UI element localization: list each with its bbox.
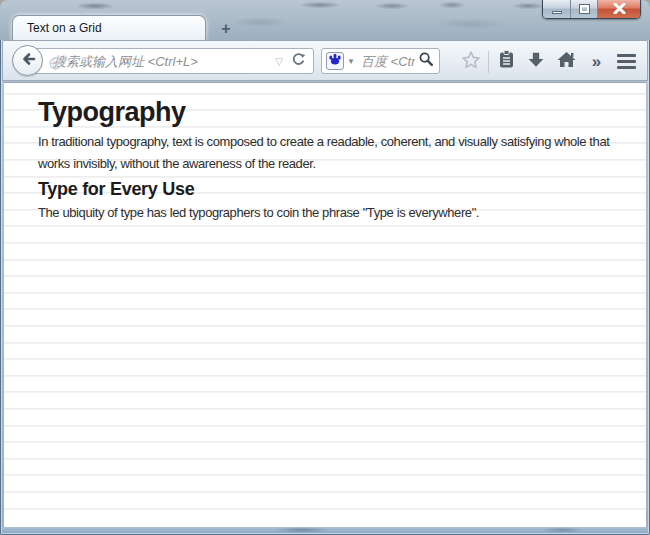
star-icon [461, 50, 481, 74]
maximize-button[interactable] [571, 0, 598, 18]
reload-button[interactable] [289, 52, 313, 71]
toolbar-overflow-button[interactable]: » [581, 47, 611, 77]
url-dropdown-icon[interactable]: ▽ [269, 56, 289, 67]
page-heading: Typography [38, 97, 646, 127]
navigation-toolbar: ▽ [2, 40, 648, 81]
url-input[interactable] [51, 49, 269, 73]
download-arrow-icon [527, 51, 545, 72]
plus-icon: + [221, 20, 230, 38]
menu-button[interactable] [611, 47, 641, 77]
title-bar[interactable]: Text on a Grid + [0, 0, 650, 40]
bookmark-star-button[interactable] [456, 47, 486, 77]
toolbar-separator [488, 51, 489, 73]
browser-window: Text on a Grid + [0, 0, 650, 535]
new-tab-button[interactable]: + [214, 19, 238, 38]
downloads-button[interactable] [521, 47, 551, 77]
toolbar-icons: » [456, 41, 641, 82]
baidu-paw-icon [328, 52, 342, 70]
home-button[interactable] [551, 47, 581, 77]
bookmarks-menu-icon [498, 50, 515, 73]
reload-icon [291, 52, 306, 71]
back-arrow-icon [20, 52, 36, 70]
search-engine-button[interactable] [326, 52, 344, 70]
globe-icon [49, 56, 62, 74]
close-button[interactable] [598, 0, 640, 18]
back-button[interactable] [12, 45, 43, 76]
search-bar[interactable]: ▼ [321, 48, 440, 74]
maximize-icon [580, 5, 589, 13]
window-bottom-frame [2, 527, 648, 533]
search-go-button[interactable] [417, 52, 439, 70]
section-heading: Type for Every Use [38, 178, 646, 200]
search-input[interactable] [359, 49, 417, 73]
bookmarks-menu-button[interactable] [491, 47, 521, 77]
magnifier-icon [419, 52, 433, 70]
minimize-icon [552, 11, 562, 14]
minimize-button[interactable] [543, 0, 571, 18]
tab-text-on-a-grid[interactable]: Text on a Grid [12, 15, 206, 40]
double-chevron-icon: » [592, 52, 600, 72]
search-engine-dropdown-icon[interactable]: ▼ [344, 57, 359, 66]
url-bar[interactable]: ▽ [28, 48, 314, 74]
hamburger-menu-icon [617, 54, 636, 69]
section-paragraph: The ubiquity of type has led typographer… [38, 202, 644, 224]
window-controls [542, 0, 641, 19]
page-content: Typography In traditional typography, te… [4, 82, 646, 527]
intro-paragraph: In traditional typography, text is compo… [38, 131, 644, 174]
close-icon [613, 0, 626, 18]
tab-title: Text on a Grid [27, 21, 102, 35]
home-icon [557, 51, 576, 72]
